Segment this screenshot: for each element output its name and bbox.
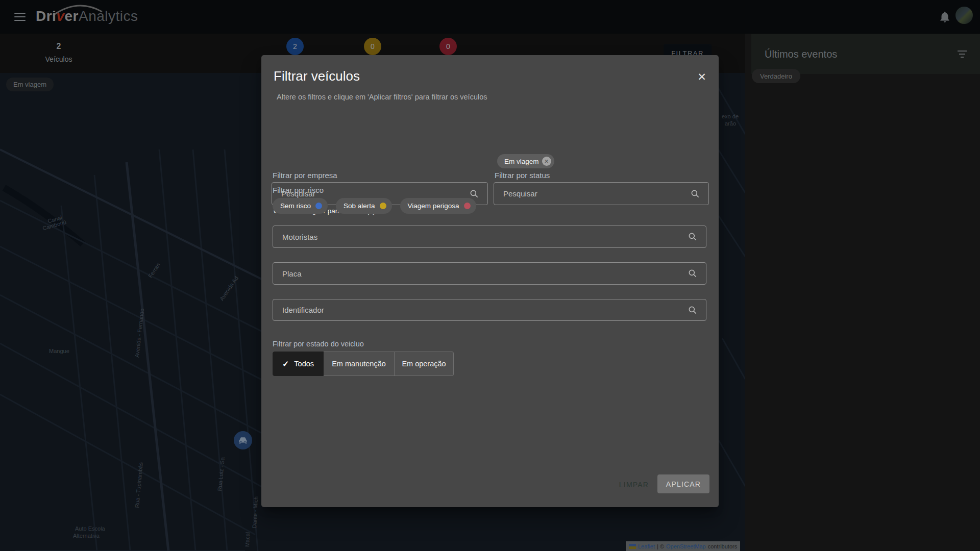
toggle-label: Todos [294,360,314,368]
status-field-label: Filtrar por status [495,171,550,180]
motoristas-search-field[interactable] [273,226,706,248]
search-icon [688,232,698,242]
toggle-label: Em operação [402,360,446,368]
toggle-todos[interactable]: ✓ Todos [273,352,324,376]
risk-chip-viagem-perigosa[interactable]: Viagem perigosa [400,198,476,214]
risk-chip-row: Sem risco Sob alerta Viagem perigosa [273,198,476,214]
risk-dot-blue [315,203,322,209]
risk-dot-yellow [380,203,386,209]
dialog-subtitle: Altere os filtros e clique em 'Aplicar f… [277,93,487,101]
risk-chip-sem-risco[interactable]: Sem risco [273,198,328,214]
check-icon: ✓ [282,359,289,369]
identificador-search-input[interactable] [273,306,688,314]
risk-dot-red [464,203,471,209]
motoristas-search-input[interactable] [273,233,688,241]
risk-chip-sob-alerta[interactable]: Sob alerta [336,198,392,214]
risk-chip-label: Sob alerta [344,202,375,210]
placa-search-field[interactable] [273,262,706,285]
status-search-field[interactable] [494,182,709,205]
status-selected-chip-label: Em viagem [504,158,539,165]
dialog-title: Filtrar veículos [274,68,360,84]
chip-remove-icon[interactable]: ✕ [542,157,551,166]
toggle-label: Em manutenção [332,360,386,368]
toggle-em-operacao[interactable]: Em operação [395,352,454,376]
app-root: Canal Camboriú Mangue Avenida - Fernando… [0,0,980,551]
empresa-field-label: Filtrar por empresa [273,171,337,180]
search-icon [688,268,698,279]
placa-search-input[interactable] [273,269,688,278]
search-icon [469,189,479,199]
close-icon[interactable]: ✕ [693,68,710,86]
risk-chip-label: Viagem perigosa [408,202,459,210]
limpar-button[interactable]: LIMPAR [614,479,654,491]
estado-section-label: Filtrar por estado do veicluo [273,340,364,348]
estado-toggle-group: ✓ Todos Em manutenção Em operação [273,352,454,376]
aplicar-button[interactable]: APLICAR [657,474,709,493]
risco-section-label: Filtrar por risco [273,186,324,194]
toggle-em-manutencao[interactable]: Em manutenção [324,352,395,376]
search-icon [688,305,698,315]
status-selected-chip[interactable]: Em viagem ✕ [497,154,554,168]
search-icon [690,189,700,199]
identificador-search-field[interactable] [273,299,706,321]
filter-vehicles-dialog: Filtrar veículos ✕ Altere os filtros e c… [261,55,719,507]
status-search-input[interactable] [494,189,690,198]
risk-chip-label: Sem risco [280,202,311,210]
